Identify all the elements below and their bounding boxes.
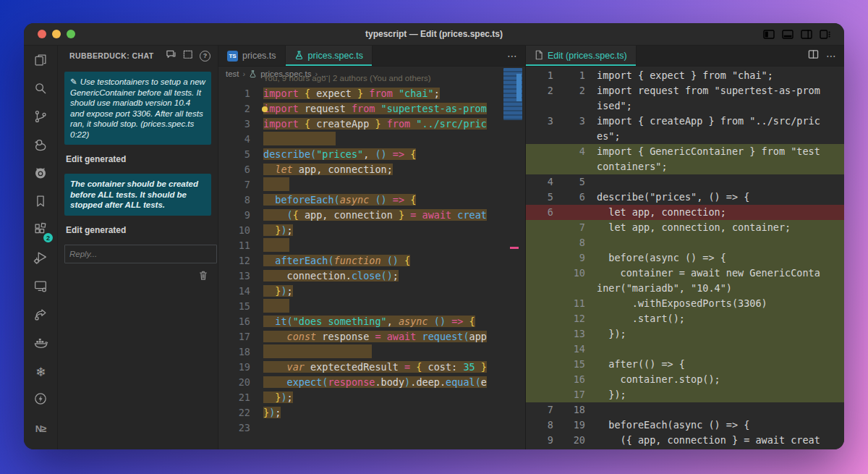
code-line[interactable]: 13 connection.close(); <box>218 268 525 284</box>
sidebar-item-remote-explorer[interactable] <box>32 279 49 296</box>
sidebar-item-extensions[interactable]: 2 <box>32 222 49 240</box>
diff-row[interactable]: 12 .start(); <box>526 311 844 326</box>
reply-input[interactable] <box>64 245 217 263</box>
code-line[interactable]: 21 }); <box>218 390 525 405</box>
sidebar-item-nx-console[interactable]: N≥ <box>32 420 49 437</box>
code-line[interactable]: 15 <box>218 299 525 314</box>
code-line[interactable]: 4 <box>218 132 525 147</box>
minimap-slider[interactable] <box>516 74 522 101</box>
diff-row[interactable]: es"; <box>526 129 844 144</box>
diff-row[interactable]: 13 }); <box>526 326 844 342</box>
traffic-lights <box>38 30 75 38</box>
close-window-button[interactable] <box>38 30 46 38</box>
breakpoint-dot <box>262 106 268 112</box>
chat-message: The container should be created before A… <box>64 174 211 216</box>
activity-bar: 2 ❄ N≥ <box>24 46 58 449</box>
code-line[interactable]: 14 }); <box>218 284 525 299</box>
code-line[interactable]: 2import request from "supertest-as-prom <box>218 101 525 117</box>
code-line[interactable]: 18 <box>218 344 525 360</box>
minimize-window-button[interactable] <box>52 30 61 38</box>
diff-row[interactable]: ised"; <box>526 98 844 114</box>
customize-layout-icon[interactable] <box>820 29 831 40</box>
overview-ruler-marker <box>510 247 519 249</box>
code-line[interactable]: 9 ({ app, connection } = await creat <box>218 208 525 223</box>
diff-row[interactable]: 22import request from "supertest-as-prom <box>526 83 844 98</box>
sidebar-item-snowflake[interactable]: ❄ <box>32 363 49 381</box>
diff-row[interactable]: 16 container.stop(); <box>526 372 844 387</box>
diff-row[interactable]: iner("mariadb", "10.4") <box>526 281 844 296</box>
diff-more-actions-icon[interactable]: ⋯ <box>826 50 837 62</box>
diff-row[interactable]: 4import { GenericContainer } from "test <box>526 144 844 159</box>
new-chat-icon[interactable] <box>166 49 176 62</box>
code-line[interactable]: 8 beforeEach(async () => { <box>218 192 525 208</box>
code-line[interactable]: 5describe("prices", () => { <box>218 147 525 162</box>
diff-row[interactable]: 17 }); <box>526 387 844 402</box>
code-line[interactable]: 3import { createApp } from "../src/pric <box>218 117 525 132</box>
gitlens-annotation[interactable]: You, 9 hours ago | 2 authors (You and ot… <box>218 71 525 86</box>
code-line[interactable]: 10 }); <box>218 223 525 238</box>
editor-group: TS prices.ts prices.spec.ts ⋯ test › pri… <box>218 46 526 449</box>
diff-row[interactable]: 718 <box>526 402 844 418</box>
diff-row[interactable]: 10 container = await new GenericConta <box>526 266 844 281</box>
tab-label: prices.ts <box>242 51 276 61</box>
code-editor[interactable]: You, 9 hours ago | 2 authors (You and ot… <box>218 71 525 449</box>
sidebar-item-source-control[interactable] <box>32 109 49 127</box>
diagnose-icon[interactable] <box>183 49 193 62</box>
code-line[interactable]: 11 <box>218 238 525 253</box>
code-line[interactable]: 23 <box>218 420 525 436</box>
diff-row[interactable]: 7 let app, connection, container; <box>526 220 844 235</box>
sidebar-item-explorer[interactable] <box>32 53 49 70</box>
tab-prices-spec-ts[interactable]: prices.spec.ts <box>286 46 373 66</box>
help-icon[interactable]: ? <box>200 51 210 62</box>
sidebar-item-rubberduck[interactable] <box>32 137 49 155</box>
code-line[interactable]: 19 var exptectedResult = { cost: 35 } <box>218 360 525 375</box>
diff-row[interactable]: 8 <box>526 235 844 250</box>
code-line[interactable]: 12 afterEach(function () { <box>218 253 525 268</box>
minimap[interactable] <box>503 68 522 120</box>
diff-row[interactable]: 819 beforeEach(async () => { <box>526 418 844 433</box>
sidebar-item-bookmarks[interactable] <box>32 194 49 211</box>
toggle-panel-icon[interactable] <box>782 29 793 40</box>
diff-row[interactable]: 56describe("prices", () => { <box>526 190 844 205</box>
diff-row[interactable]: containers"; <box>526 159 844 174</box>
sidebar-item-github[interactable] <box>32 166 49 183</box>
diff-row[interactable]: 15 after(() => { <box>526 357 844 372</box>
tab-edit-prices-spec-ts[interactable]: Edit (prices.spec.ts) <box>526 46 637 66</box>
tab-prices-ts[interactable]: TS prices.ts <box>218 46 286 66</box>
sidebar-item-thunder-client[interactable] <box>32 392 49 409</box>
sidebar-item-live-share[interactable] <box>32 307 49 324</box>
diff-row[interactable]: 45 <box>526 174 844 190</box>
maximize-window-button[interactable] <box>67 30 75 38</box>
delete-conversation-icon[interactable] <box>198 270 208 284</box>
code-line[interactable]: 7 <box>218 177 525 192</box>
toggle-primary-sidebar-icon[interactable] <box>763 29 775 40</box>
diff-row[interactable]: 9 before(async () => { <box>526 250 844 266</box>
diff-row[interactable]: 11 .withExposedPorts(3306) <box>526 296 844 311</box>
diff-editor[interactable]: 11import { expect } from "chai";22import… <box>526 67 844 449</box>
sidebar-item-search[interactable] <box>32 81 49 98</box>
diff-editor-group: Edit (prices.spec.ts) ⋯ 11import { expec… <box>526 46 844 449</box>
diff-row[interactable]: 14 <box>526 342 844 357</box>
diff-row[interactable]: 6 let app, connection; <box>526 205 844 220</box>
toggle-secondary-sidebar-icon[interactable] <box>801 29 812 40</box>
editor-tab-bar: TS prices.ts prices.spec.ts ⋯ <box>218 46 525 67</box>
code-line[interactable]: 20 expect(response.body).deep.equal(e <box>218 375 525 390</box>
file-icon <box>535 50 543 62</box>
code-line[interactable]: 22}); <box>218 405 525 420</box>
code-line[interactable]: 1import { expect } from "chai"; <box>218 86 525 101</box>
code-line[interactable]: 17 const response = await request(app <box>218 329 525 344</box>
lightning-icon <box>33 391 48 410</box>
diff-row[interactable]: 11import { expect } from "chai"; <box>526 68 844 83</box>
search-icon <box>33 80 48 99</box>
diff-row[interactable]: 33import { createApp } from "../src/pric <box>526 114 844 129</box>
title-bar[interactable]: typescript — Edit (prices.spec.ts) <box>24 23 844 46</box>
split-editor-icon[interactable] <box>808 49 819 62</box>
docker-icon <box>33 334 49 354</box>
sidebar-item-run-debug[interactable] <box>32 250 49 268</box>
code-line[interactable]: 6 let app, connection; <box>218 162 525 177</box>
explorer-icon <box>33 52 48 71</box>
code-line[interactable]: 16 it("does something", async () => { <box>218 314 525 329</box>
diff-row[interactable]: 920 ({ app, connection } = await creat <box>526 433 844 448</box>
editor-more-actions-icon[interactable]: ⋯ <box>507 50 518 62</box>
sidebar-item-docker[interactable] <box>32 335 49 352</box>
